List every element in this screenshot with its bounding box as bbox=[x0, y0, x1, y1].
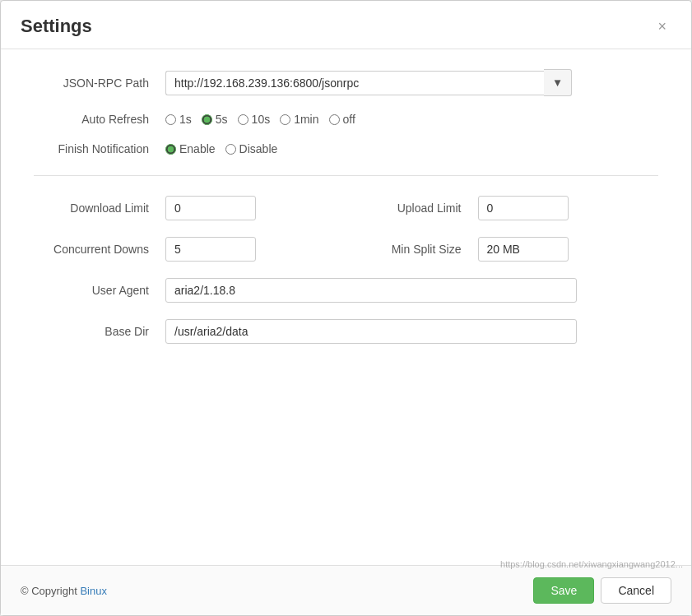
auto-refresh-label-5s: 5s bbox=[216, 113, 228, 126]
min-split-size-wrap bbox=[478, 237, 659, 262]
auto-refresh-option-off[interactable]: off bbox=[329, 113, 355, 126]
min-split-size-row: Min Split Size bbox=[346, 237, 659, 262]
finish-notification-row: Finish Notification Enable Disable bbox=[34, 142, 658, 155]
cancel-button[interactable]: Cancel bbox=[601, 577, 671, 604]
finish-notification-label-enable: Enable bbox=[179, 142, 216, 155]
user-agent-row: User Agent bbox=[34, 278, 658, 303]
download-limit-wrap bbox=[165, 196, 346, 220]
finish-notification-group: Enable Disable bbox=[165, 142, 658, 155]
download-upload-row: Download Limit Upload Limit bbox=[34, 196, 658, 220]
brand-link[interactable]: Binux bbox=[80, 585, 107, 597]
jsonrpc-row: JSON-RPC Path ▼ bbox=[34, 69, 658, 96]
upload-limit-wrap bbox=[478, 196, 659, 220]
auto-refresh-radio-1s[interactable] bbox=[165, 114, 176, 125]
upload-limit-row: Upload Limit bbox=[346, 196, 659, 220]
base-dir-label: Base Dir bbox=[34, 325, 165, 338]
download-limit-input[interactable] bbox=[165, 196, 256, 220]
user-agent-label: User Agent bbox=[34, 284, 165, 297]
copyright-label: © Copyright bbox=[21, 585, 77, 597]
jsonrpc-input[interactable] bbox=[165, 71, 544, 95]
copyright-text: © Copyright Binux bbox=[21, 585, 107, 597]
auto-refresh-option-1s[interactable]: 1s bbox=[165, 113, 192, 126]
download-limit-row: Download Limit bbox=[34, 196, 346, 220]
concurrent-minsplit-row: Concurrent Downs Min Split Size bbox=[34, 237, 658, 262]
finish-notification-radio-disable[interactable] bbox=[225, 144, 236, 155]
min-split-size-label: Min Split Size bbox=[346, 243, 478, 256]
concurrent-downs-input[interactable] bbox=[165, 237, 256, 262]
user-agent-input[interactable] bbox=[165, 278, 577, 303]
auto-refresh-row: Auto Refresh 1s 5s 10s bbox=[34, 113, 658, 126]
jsonrpc-label: JSON-RPC Path bbox=[34, 76, 165, 90]
close-button[interactable]: × bbox=[653, 17, 671, 35]
bottom-section: Download Limit Upload Limit Concurrent D… bbox=[34, 196, 658, 344]
chevron-down-icon: ▼ bbox=[552, 76, 563, 89]
base-dir-wrap bbox=[165, 319, 658, 344]
concurrent-downs-wrap bbox=[165, 237, 346, 262]
upload-limit-input[interactable] bbox=[478, 196, 569, 220]
auto-refresh-label: Auto Refresh bbox=[34, 113, 165, 126]
dialog-body: JSON-RPC Path ▼ Auto Refresh 1s bbox=[1, 49, 691, 565]
auto-refresh-label-1s: 1s bbox=[179, 113, 192, 126]
settings-dialog: Settings × JSON-RPC Path ▼ Auto Refresh bbox=[0, 0, 692, 616]
min-split-size-input[interactable] bbox=[478, 237, 569, 262]
base-dir-row: Base Dir bbox=[34, 319, 658, 344]
auto-refresh-option-1min[interactable]: 1min bbox=[280, 113, 318, 126]
top-section: JSON-RPC Path ▼ Auto Refresh 1s bbox=[34, 69, 658, 176]
auto-refresh-group: 1s 5s 10s 1min bbox=[165, 113, 658, 126]
dialog-header: Settings × bbox=[1, 1, 691, 49]
auto-refresh-label-off: off bbox=[343, 113, 355, 126]
finish-notification-enable[interactable]: Enable bbox=[165, 142, 216, 155]
footer-buttons: Save Cancel bbox=[533, 577, 671, 604]
auto-refresh-radio-1min[interactable] bbox=[280, 114, 290, 125]
finish-notification-label: Finish Notification bbox=[34, 142, 165, 155]
dialog-title: Settings bbox=[21, 16, 92, 37]
base-dir-input[interactable] bbox=[165, 319, 577, 344]
auto-refresh-radio-5s[interactable] bbox=[202, 114, 212, 125]
auto-refresh-radio-off[interactable] bbox=[329, 114, 340, 125]
finish-notification-label-disable: Disable bbox=[239, 142, 278, 155]
auto-refresh-label-1min: 1min bbox=[294, 113, 318, 126]
auto-refresh-option-10s[interactable]: 10s bbox=[238, 113, 271, 126]
dialog-footer: © Copyright Binux Save Cancel bbox=[1, 565, 691, 615]
finish-notification-disable[interactable]: Disable bbox=[225, 142, 278, 155]
finish-notification-radio-enable[interactable] bbox=[165, 144, 176, 155]
user-agent-wrap bbox=[165, 278, 658, 303]
concurrent-downs-row: Concurrent Downs bbox=[34, 237, 346, 262]
save-button[interactable]: Save bbox=[533, 577, 594, 604]
concurrent-downs-label: Concurrent Downs bbox=[34, 243, 165, 256]
auto-refresh-option-5s[interactable]: 5s bbox=[202, 113, 228, 126]
jsonrpc-dropdown-button[interactable]: ▼ bbox=[544, 69, 572, 96]
auto-refresh-radio-10s[interactable] bbox=[238, 114, 248, 125]
jsonrpc-input-wrap: ▼ bbox=[165, 69, 658, 96]
auto-refresh-label-10s: 10s bbox=[252, 113, 271, 126]
upload-limit-label: Upload Limit bbox=[346, 201, 478, 215]
download-limit-label: Download Limit bbox=[34, 201, 165, 215]
